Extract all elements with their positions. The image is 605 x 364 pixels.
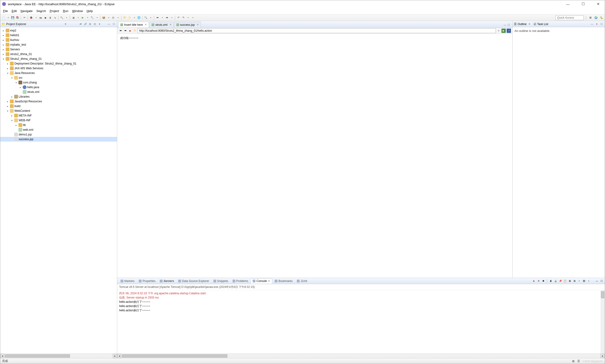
browser-go-button[interactable]: ▶ xyxy=(502,29,506,33)
browser-external-button[interactable]: ↗ xyxy=(507,29,511,33)
nav-fwd-icon[interactable]: ➡ xyxy=(165,16,169,20)
tree-twisty[interactable]: ▸ xyxy=(6,62,9,65)
tree-item[interactable]: struts.xml xyxy=(0,90,117,94)
editor-tab[interactable]: struts.xml✕ xyxy=(149,22,173,27)
tree-item[interactable]: ▾WebContent xyxy=(0,108,117,113)
terminate-icon[interactable]: ■ xyxy=(532,279,536,283)
tree-item[interactable]: ▾WEB-INF xyxy=(0,118,117,123)
menu-run[interactable]: Run xyxy=(61,8,70,14)
link-editor-icon[interactable]: 🔗 xyxy=(83,22,87,26)
run-icon[interactable]: ▶ xyxy=(81,16,85,20)
tree-twisty[interactable]: ▸ xyxy=(6,67,9,70)
menu-project[interactable]: Project xyxy=(48,8,61,14)
tree-item[interactable]: ▾com.zhang xyxy=(0,80,117,85)
browser-refresh-icon[interactable]: ↻ xyxy=(133,29,137,33)
editor-tab[interactable]: success.jsp✕ xyxy=(174,22,201,27)
open-console-dropdown[interactable] xyxy=(577,279,581,283)
url-dropdown-icon[interactable]: ▾ xyxy=(497,29,501,33)
tree-item[interactable]: web.xml xyxy=(0,127,117,132)
minimize-button[interactable]: — xyxy=(563,1,573,7)
nav-back-icon[interactable]: ⬅ xyxy=(155,16,159,20)
scroll-lock-icon[interactable]: 🔒 xyxy=(554,279,557,283)
view-menu-icon[interactable]: ▾ xyxy=(98,22,101,26)
tree-twisty[interactable]: ▸ xyxy=(2,34,5,37)
menu-edit[interactable]: Edit xyxy=(10,8,19,14)
perspective-debug-icon[interactable]: 🐛 xyxy=(600,16,604,20)
show-console-icon[interactable]: 📋 xyxy=(563,279,567,283)
save-icon[interactable]: 💾 xyxy=(11,16,15,20)
wand-dropdown[interactable] xyxy=(132,16,136,20)
minimize-view-icon[interactable]: — xyxy=(107,22,111,26)
quick-access-input[interactable] xyxy=(555,15,584,20)
tree-item[interactable]: ▸Servers xyxy=(0,47,117,52)
new-console-icon[interactable]: ➕ xyxy=(582,279,586,283)
tree-item[interactable]: ▸META-INF xyxy=(0,113,117,118)
tree-twisty[interactable]: ▸ xyxy=(2,53,5,55)
external-icon[interactable]: 🔧 xyxy=(90,16,94,20)
tree-twisty[interactable]: ▸ xyxy=(10,95,13,98)
perspective-javaee-icon[interactable]: 🌍 xyxy=(594,16,598,20)
tree-item[interactable]: ▸Deployment Descriptor: Struts2_ithma_zh… xyxy=(0,61,117,66)
tab-close-icon[interactable]: ✕ xyxy=(169,23,172,26)
browser-back-icon[interactable]: ⬅ xyxy=(119,29,122,33)
hist-dropdown[interactable] xyxy=(186,16,190,20)
tree-item[interactable]: ▸hello.java xyxy=(0,85,117,90)
debug-dropdown[interactable] xyxy=(34,16,38,20)
tree-twisty[interactable]: ▸ xyxy=(2,39,5,41)
tree-horizontal-scrollbar[interactable]: ◂ ▸ xyxy=(0,353,117,358)
debug-icon[interactable]: 🐞 xyxy=(29,16,33,20)
tree-twisty[interactable]: ▸ xyxy=(14,124,18,127)
fwd-icon[interactable]: ↷ xyxy=(181,16,185,20)
menu-file[interactable]: File xyxy=(1,8,10,14)
maximize-editor-icon[interactable]: ☐ xyxy=(508,23,510,26)
project-tree[interactable]: ▸exp2▸hello01▸liuzhou▸mybatis_test▸Serve… xyxy=(0,27,117,353)
folder-icon[interactable]: 📁 xyxy=(123,16,127,20)
minimize-bottom-icon[interactable]: — xyxy=(595,279,599,283)
back-icon[interactable]: ↶ xyxy=(176,16,180,20)
tree-item[interactable]: ▸build xyxy=(0,104,117,108)
tree-item[interactable]: ▸JAX-WS Web Services xyxy=(0,66,117,71)
tree-item[interactable]: ▸lib xyxy=(0,123,117,127)
display-icon[interactable]: 🖥 xyxy=(568,279,571,283)
tree-twisty[interactable]: ▸ xyxy=(19,86,22,89)
server-icon[interactable]: 🖥 xyxy=(71,16,75,20)
browser-forward-icon[interactable]: ➡ xyxy=(123,29,127,33)
stop-icon[interactable]: ■ xyxy=(43,16,48,20)
remove-all-icon[interactable]: ✖ xyxy=(541,279,545,283)
menu-navigate[interactable]: Navigate xyxy=(19,8,35,14)
new-console-dropdown[interactable] xyxy=(587,279,590,283)
pin-console-icon[interactable]: 📌 xyxy=(558,279,562,283)
maximize-bottom-icon[interactable]: ☐ xyxy=(600,279,603,283)
browser-stop-icon[interactable]: ■ xyxy=(128,29,132,33)
bottom-tab-servers[interactable]: Servers xyxy=(158,279,176,283)
bottom-tab-properties[interactable]: Properties xyxy=(137,279,157,283)
search-icon[interactable]: 🔍 xyxy=(144,16,148,20)
editor-tab[interactable]: Insert title here✕ xyxy=(118,22,149,27)
bottom-tab-data-source-explorer[interactable]: Data Source Explorer xyxy=(176,279,211,283)
tree-item[interactable]: ▸Libraries xyxy=(0,94,117,99)
tree-twisty[interactable]: ▾ xyxy=(14,81,18,84)
build-dropdown[interactable] xyxy=(64,16,68,20)
console-output[interactable]: 四月 06, 2024 8:32:19 下午 org.apache.catali… xyxy=(117,290,605,353)
tree-twisty[interactable]: ▸ xyxy=(10,114,13,117)
perspective-open-icon[interactable]: ⊞ xyxy=(588,16,592,20)
tree-twisty[interactable]: ▾ xyxy=(10,77,13,79)
focus-icon[interactable]: ⊟ xyxy=(88,22,92,26)
tree-item[interactable]: success.jsp xyxy=(0,137,117,142)
tab-close-icon[interactable]: ✕ xyxy=(145,23,147,26)
maximize-button[interactable]: ☐ xyxy=(578,1,588,7)
tree-twisty[interactable]: ▾ xyxy=(10,119,13,122)
search-dropdown[interactable] xyxy=(148,16,153,20)
scroll-left-button[interactable]: ◂ xyxy=(117,354,121,358)
scroll-left-button[interactable]: ◂ xyxy=(0,354,4,358)
bottom-tab-junit[interactable]: JUnit xyxy=(295,279,309,283)
tree-item[interactable]: ▸JavaScript Resources xyxy=(0,99,117,104)
maximize-outline-icon[interactable]: ☐ xyxy=(600,22,603,26)
tasklist-title[interactable]: Task List xyxy=(537,23,548,26)
globe-icon[interactable]: 🌐 xyxy=(137,16,141,20)
tree-item[interactable]: ▸hello01 xyxy=(0,33,117,38)
external-dropdown[interactable] xyxy=(95,16,99,20)
step-icon[interactable]: ↘ xyxy=(53,16,57,20)
tree-twisty[interactable]: ▸ xyxy=(6,100,9,103)
new-class-dropdown[interactable] xyxy=(116,16,120,20)
